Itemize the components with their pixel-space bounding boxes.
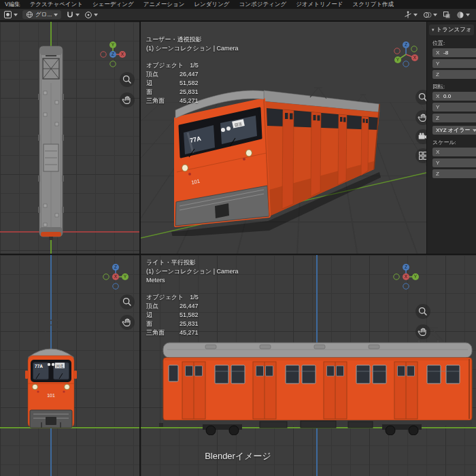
workspace-tab[interactable]: スクリプト作成 bbox=[348, 0, 399, 9]
coupler bbox=[46, 417, 56, 425]
rotation-label: 回転: bbox=[432, 83, 476, 90]
svg-text:Y: Y bbox=[124, 274, 127, 279]
scale-number-field[interactable]: Y bbox=[432, 158, 476, 167]
panel-header[interactable]: ▾ トランスフォ bbox=[429, 24, 474, 35]
orientation-label: グロ... bbox=[35, 11, 52, 19]
rotation-fields: X 0.0 Y Z bbox=[427, 92, 476, 122]
magnet-icon bbox=[66, 11, 74, 19]
mirror-right bbox=[74, 371, 77, 379]
scale-label: スケール: bbox=[432, 139, 476, 146]
location-number-field[interactable]: Y bbox=[432, 59, 476, 68]
panel-title: トランスフォ bbox=[437, 26, 472, 34]
shading-mode-button[interactable] bbox=[456, 11, 470, 19]
svg-text:Y: Y bbox=[414, 274, 418, 279]
navigation-gizmo[interactable]: Z Y X bbox=[101, 262, 131, 294]
magnifier-icon bbox=[121, 296, 133, 308]
headlight-left bbox=[33, 384, 38, 390]
train-object-front-view[interactable]: 77A 回送 101 bbox=[17, 303, 85, 473]
location-number-field[interactable]: X -8 bbox=[432, 48, 476, 57]
workspace-tab[interactable]: コンポジティング bbox=[235, 0, 292, 9]
workspace-tab[interactable]: シェーディング bbox=[88, 0, 139, 9]
headlight-left bbox=[182, 165, 188, 171]
viewport-front-ortho[interactable]: 77A 回送 101 Z Y X bbox=[0, 255, 139, 476]
zoom-button[interactable] bbox=[415, 304, 430, 319]
train-object-perspective[interactable]: 77A 回送 101 bbox=[165, 80, 396, 236]
transform-orientation-dropdown[interactable]: グロ... bbox=[22, 10, 61, 19]
topbar: V編集テクスチャペイントシェーディングアニメーションレンダリングコンポジティング… bbox=[0, 0, 476, 9]
field-value: 0.0 bbox=[443, 93, 451, 99]
headlight-right bbox=[65, 384, 70, 390]
svg-text:Z: Z bbox=[405, 42, 407, 47]
workspace-tab[interactable]: V編集 bbox=[0, 0, 25, 9]
zoom-button[interactable] bbox=[120, 294, 135, 309]
chevron-down-icon bbox=[413, 14, 418, 16]
viewport-top-ortho[interactable]: Y X Z bbox=[0, 22, 139, 254]
axis-label: X bbox=[436, 93, 441, 99]
scale-fields: X Y Z bbox=[427, 148, 476, 178]
axis-label: Y bbox=[436, 160, 441, 166]
axis-label: Y bbox=[436, 104, 441, 110]
workspace-tab[interactable]: ジオメトリノード bbox=[291, 0, 347, 9]
location-number-field[interactable]: Z bbox=[432, 70, 476, 79]
disclosure-triangle-icon: ▾ bbox=[432, 27, 435, 33]
svg-text:X: X bbox=[413, 55, 417, 60]
navigation-gizmo[interactable]: Z Y X bbox=[391, 262, 421, 294]
svg-text:Z: Z bbox=[114, 265, 117, 269]
svg-text:X: X bbox=[114, 274, 118, 279]
scale-number-field[interactable]: X bbox=[432, 148, 476, 156]
svg-text:Z: Z bbox=[112, 52, 114, 56]
viewport-right-ortho[interactable]: ライト・平行投影 (1) シーンコレクション | Camera Meters オ… bbox=[141, 255, 476, 476]
location-fields: X -8 Y Z bbox=[427, 48, 476, 79]
magnifier-icon bbox=[121, 73, 133, 86]
snap-button[interactable] bbox=[66, 11, 80, 19]
gizmos-toggle-button[interactable] bbox=[404, 11, 418, 19]
workspace-tab[interactable]: テクスチャペイント bbox=[25, 0, 88, 9]
pan-button[interactable] bbox=[120, 92, 135, 107]
circle-dot-icon bbox=[84, 11, 92, 19]
axis-label: Z bbox=[436, 115, 441, 121]
pan-button[interactable] bbox=[120, 315, 135, 330]
field-value: -8 bbox=[443, 50, 448, 56]
rotation-number-field[interactable]: Y bbox=[432, 103, 476, 112]
headcode-display: 77A bbox=[35, 364, 43, 369]
pan-button[interactable] bbox=[415, 324, 430, 339]
run-plate bbox=[226, 126, 231, 131]
rotation-mode-dropdown[interactable]: XYZ オイラー bbox=[432, 126, 476, 135]
axis-label: Z bbox=[436, 71, 441, 78]
editor-type-button[interactable] bbox=[3, 10, 18, 19]
workspace-tab[interactable]: レンダリング bbox=[189, 0, 234, 9]
taillight bbox=[243, 158, 245, 160]
under-equipment bbox=[260, 421, 373, 428]
side-body bbox=[163, 358, 472, 420]
svg-text:Y: Y bbox=[396, 57, 400, 62]
rotation-number-field[interactable]: Z bbox=[432, 114, 476, 122]
roof-end-cap bbox=[40, 47, 62, 55]
overlays-icon bbox=[423, 11, 432, 19]
chevron-down-icon bbox=[94, 14, 98, 16]
workspace-tab[interactable]: アニメーション bbox=[139, 0, 190, 9]
taillight bbox=[63, 390, 65, 392]
overlays-toggle-button[interactable] bbox=[423, 11, 437, 19]
scale-number-field[interactable]: Z bbox=[432, 169, 476, 178]
svg-text:X: X bbox=[405, 274, 408, 279]
rotation-number-field[interactable]: X 0.0 bbox=[432, 92, 476, 101]
navigation-gizmo[interactable]: Y X Z bbox=[98, 39, 128, 72]
zoom-button[interactable] bbox=[120, 72, 135, 87]
navigation-gizmo[interactable]: Z X Y bbox=[391, 39, 421, 72]
proportional-editing-button[interactable] bbox=[84, 11, 98, 19]
globe-icon bbox=[26, 11, 33, 18]
run-plate bbox=[52, 363, 54, 366]
xray-toggle-button[interactable] bbox=[443, 11, 451, 19]
train-object-top-view[interactable] bbox=[34, 42, 68, 241]
axis-label: X bbox=[436, 149, 441, 155]
coupler bbox=[159, 423, 163, 427]
workspace-tabs: V編集テクスチャペイントシェーディングアニメーションレンダリングコンポジティング… bbox=[0, 0, 398, 9]
car-number: 101 bbox=[47, 393, 55, 398]
coupler-top bbox=[49, 237, 53, 240]
svg-text:X: X bbox=[121, 52, 124, 56]
destination-text: 回送 bbox=[56, 364, 65, 369]
roof-ac-unit bbox=[44, 144, 58, 171]
axis-label: Z bbox=[436, 171, 441, 177]
run-plate bbox=[48, 363, 50, 366]
nose-edge bbox=[41, 232, 61, 237]
